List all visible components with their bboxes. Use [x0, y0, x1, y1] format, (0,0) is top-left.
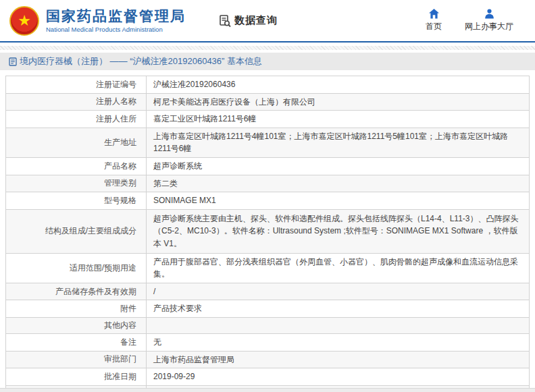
- table-row: 产品储存条件及有效期 /: [6, 283, 529, 301]
- row-label: 产品名称: [6, 158, 147, 175]
- row-value: 上海市药品监督管理局: [147, 352, 529, 368]
- row-label: 注册人住所: [6, 111, 147, 128]
- table-row: 结构及组成/主要组成成分 超声诊断系统主要由主机、探头、软件和选配件组成。探头包…: [6, 210, 529, 254]
- top-nav: 首页 网上办事大厅: [426, 9, 513, 32]
- row-value: 2019-09-29: [147, 368, 529, 385]
- table-row: 其他内容: [6, 318, 529, 334]
- table-row: 审批部门 上海市药品监督管理局: [6, 352, 529, 369]
- row-label: 产品储存条件及有效期: [6, 283, 147, 300]
- table-row: 管理类别 第二类: [6, 175, 529, 193]
- page-title: 境内医疗器械（注册） —— “沪械注准20192060436” 基本信息: [20, 55, 262, 67]
- row-value: /: [147, 283, 529, 300]
- row-label: 型号规格: [6, 192, 147, 209]
- row-label: 附件: [6, 300, 147, 317]
- document-icon: [9, 57, 17, 66]
- row-value: 超声诊断系统: [147, 158, 529, 175]
- row-value: SONIMAGE MX1: [147, 192, 529, 209]
- table-row: 备注 无: [6, 334, 529, 352]
- footer-strip: [0, 388, 535, 392]
- hatched-divider: [0, 46, 535, 50]
- org-title-block: 国家药品监督管理局 National Medical Products Admi…: [46, 8, 186, 33]
- row-label: 备注: [6, 334, 147, 351]
- person-icon: [484, 9, 494, 19]
- table-row: 生产地址 上海市嘉定区叶城路1211号4幢101室；上海市嘉定区叶城路1211号…: [6, 128, 529, 158]
- title-band: 境内医疗器械（注册） —— “沪械注准20192060436” 基本信息: [0, 53, 535, 70]
- row-value: 产品用于腹部器官、部分浅表组织器官（外周血管、小器官）、肌肉骨骼的超声成像和血流…: [147, 254, 529, 283]
- row-label: 批准日期: [6, 368, 147, 385]
- row-value: [147, 318, 529, 333]
- org-name-cn: 国家药品监督管理局: [46, 8, 186, 24]
- row-label: 其他内容: [6, 318, 147, 333]
- table-row: 注册人名称 柯尼卡美能达再启医疗设备（上海）有限公司: [6, 94, 529, 111]
- header: ★ 国家药品监督管理局 National Medical Products Ad…: [0, 0, 535, 43]
- row-label: 结构及组成/主要组成成分: [6, 210, 147, 253]
- row-value: 第二类: [147, 175, 529, 192]
- row-label: 适用范围/预期用途: [6, 254, 147, 283]
- row-label: 注册证编号: [6, 76, 147, 93]
- data-query-label: 数据查询: [234, 14, 278, 27]
- row-label: 注册人名称: [6, 94, 147, 111]
- detail-table: 注册证编号 沪械注准20192060436 注册人名称 柯尼卡美能达再启医疗设备…: [5, 76, 530, 392]
- nav-item-home[interactable]: 首页: [426, 9, 442, 32]
- row-value: 产品技术要求: [147, 300, 529, 317]
- row-label: 管理类别: [6, 175, 147, 192]
- table-row: 产品名称 超声诊断系统: [6, 158, 529, 175]
- row-value: 沪械注准20192060436: [147, 76, 529, 93]
- nav-label-service-hall: 网上办事大厅: [465, 21, 513, 32]
- nav-item-service-hall[interactable]: 网上办事大厅: [465, 9, 513, 32]
- table-row: 附件 产品技术要求: [6, 300, 529, 318]
- row-value: 无: [147, 334, 529, 351]
- row-value: 超声诊断系统主要由主机、探头、软件和选配件组成。探头包括线阵探头（L14-4、L…: [147, 210, 529, 253]
- row-value: 嘉定工业区叶城路1211号6幢: [147, 111, 529, 128]
- table-row: 注册人住所 嘉定工业区叶城路1211号6幢: [6, 111, 529, 128]
- row-value: 上海市嘉定区叶城路1211号4幢101室；上海市嘉定区叶城路1211号5幢101…: [147, 128, 529, 157]
- row-value: 柯尼卡美能达再启医疗设备（上海）有限公司: [147, 94, 529, 111]
- table-row: 批准日期 2019-09-29: [6, 368, 529, 386]
- table-row: 适用范围/预期用途 产品用于腹部器官、部分浅表组织器官（外周血管、小器官）、肌肉…: [6, 254, 529, 283]
- nav-label-home: 首页: [426, 21, 442, 32]
- row-label: 审批部门: [6, 352, 147, 368]
- row-label: 生产地址: [6, 128, 147, 157]
- data-query-section[interactable]: 数据查询: [218, 14, 278, 28]
- home-icon: [428, 9, 440, 19]
- org-name-en: National Medical Products Administration: [46, 26, 186, 33]
- table-row: 型号规格 SONIMAGE MX1: [6, 192, 529, 210]
- table-row: 注册证编号 沪械注准20192060436: [6, 76, 529, 94]
- document-search-icon: [218, 14, 232, 28]
- national-emblem-logo: ★: [9, 6, 39, 36]
